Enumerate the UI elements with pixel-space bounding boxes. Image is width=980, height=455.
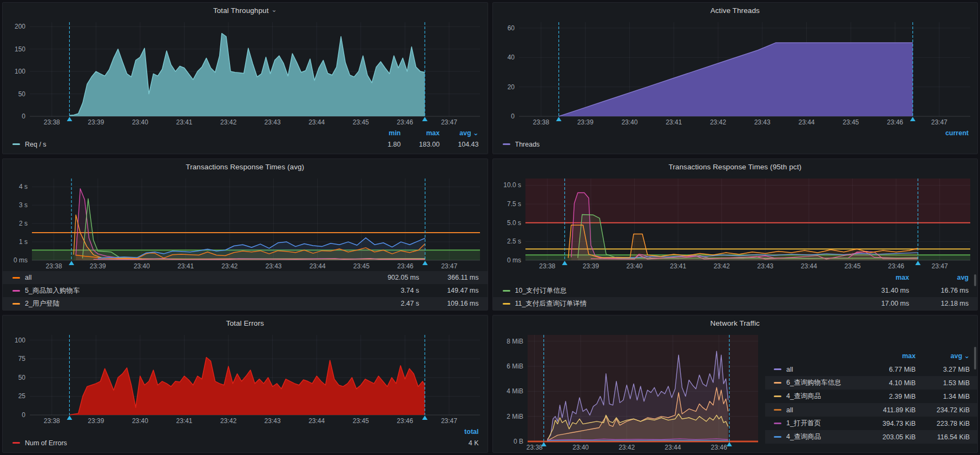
chart-canvas[interactable]: 05010015020023:3823:3923:4023:4123:4223:… — [6, 19, 484, 127]
svg-text:23:42: 23:42 — [619, 444, 635, 451]
legend-header-max[interactable]: max — [861, 352, 916, 360]
legend-header-current[interactable]: current — [920, 129, 969, 137]
panel-header[interactable]: Total Errors — [3, 315, 488, 331]
svg-text:23:44: 23:44 — [308, 118, 325, 126]
legend-value: 3.74 s — [360, 287, 419, 294]
chart-canvas[interactable]: 0 ms1 s2 s3 s4 s23:3823:3923:4023:4123:4… — [6, 175, 484, 271]
chart-area: 0 ms1 s2 s3 s4 s23:3823:3923:4023:4123:4… — [3, 174, 488, 271]
legend-value: 149.47 ms — [419, 287, 479, 294]
chart-area: 0 B2 MiB4 MiB6 MiB8 MiB23:3823:4023:4223… — [493, 331, 766, 452]
svg-text:23:47: 23:47 — [931, 118, 947, 126]
legend-header-row: current — [493, 127, 978, 139]
chart-canvas[interactable]: 025507510023:3823:3923:4023:4123:4223:43… — [6, 332, 484, 426]
panel-header[interactable]: Transactions Response Times (95th pct) — [493, 159, 978, 174]
legend-value: 116.54 KiB — [916, 433, 970, 441]
legend-item[interactable]: Num of Errors4 K — [3, 437, 488, 449]
svg-text:23:38: 23:38 — [526, 444, 542, 451]
svg-text:23:42: 23:42 — [709, 118, 726, 126]
legend: minmaxavg ⌄Req / s1.80183.00104.43 — [3, 127, 488, 154]
legend-header-avg[interactable]: avg ⌄ — [916, 352, 970, 360]
legend-item[interactable]: 10_支付订单信息31.40 ms16.76 ms — [493, 284, 978, 297]
svg-text:23:45: 23:45 — [353, 262, 370, 270]
series-color-marker — [12, 290, 20, 292]
legend: all902.05 ms366.11 ms5_商品加入购物车3.74 s149.… — [3, 271, 488, 310]
legend-value: 234.72 KiB — [916, 406, 970, 414]
svg-text:23:44: 23:44 — [798, 118, 814, 126]
legend-header-avg[interactable]: avg — [909, 274, 969, 281]
svg-text:23:46: 23:46 — [397, 262, 413, 270]
panel-total-throughput: Total Throughput ⌄ 05010015020023:3823:3… — [2, 2, 488, 154]
svg-text:23:38: 23:38 — [539, 262, 555, 270]
legend-item[interactable]: Req / s1.80183.00104.43 — [3, 139, 488, 150]
svg-text:0 ms: 0 ms — [14, 256, 28, 264]
legend: maxavg10_支付订单信息31.40 ms16.76 ms11_支付后查询订… — [493, 271, 978, 310]
svg-text:23:40: 23:40 — [572, 444, 588, 451]
svg-text:100: 100 — [15, 68, 25, 75]
svg-text:100: 100 — [15, 337, 25, 344]
panel-header[interactable]: Active Threads — [493, 3, 978, 18]
legend-scrollbar[interactable] — [974, 274, 976, 286]
svg-text:40: 40 — [507, 54, 515, 61]
legend-item[interactable]: 5_商品加入购物车3.74 s149.47 ms — [3, 284, 488, 297]
legend-header-avg[interactable]: avg ⌄ — [440, 129, 479, 137]
chart-canvas[interactable]: 0 B2 MiB4 MiB6 MiB8 MiB23:3823:4023:4223… — [496, 332, 762, 452]
legend-value: 366.11 ms — [419, 274, 479, 281]
svg-text:5.0 s: 5.0 s — [507, 219, 521, 227]
panel-title: Active Threads — [711, 6, 760, 15]
legend-scrollbar[interactable] — [974, 347, 976, 370]
svg-text:23:43: 23:43 — [754, 118, 770, 126]
series-color-marker — [12, 303, 20, 305]
legend-value: 394.73 KiB — [861, 420, 916, 427]
legend-value: 109.16 ms — [419, 300, 479, 307]
svg-text:2 s: 2 s — [19, 220, 28, 227]
svg-text:23:47: 23:47 — [441, 262, 457, 270]
legend-value: 1.34 MiB — [916, 393, 970, 400]
svg-text:20: 20 — [507, 83, 515, 91]
chart-area: 0 ms2.5 s5.0 s7.5 s10.0 s23:3823:3923:40… — [493, 174, 978, 271]
legend-item[interactable]: 11_支付后查询订单详情17.00 ms12.18 ms — [493, 297, 978, 310]
legend-value: 17.00 ms — [850, 300, 909, 307]
series-color-marker — [774, 382, 781, 384]
legend-header-total[interactable]: total — [441, 428, 479, 436]
svg-text:0: 0 — [22, 411, 25, 419]
legend-header-row: maxavg ⌄ — [765, 349, 977, 362]
chart-area: 05010015020023:3823:3923:4023:4123:4223:… — [3, 18, 488, 127]
svg-text:23:44: 23:44 — [665, 444, 681, 451]
chart-canvas[interactable]: 020406023:3823:3923:4023:4123:4223:4323:… — [496, 19, 975, 127]
series-color-marker — [774, 368, 781, 370]
panel-header[interactable]: Transactions Response Times (avg) — [3, 159, 488, 174]
legend-value: 1.80 — [362, 141, 401, 148]
svg-text:23:41: 23:41 — [176, 417, 192, 425]
series-color-marker — [503, 303, 510, 305]
svg-text:23:41: 23:41 — [666, 118, 682, 126]
series-color-marker — [503, 290, 510, 292]
legend-value: 2.47 s — [360, 300, 419, 307]
legend-item[interactable]: Threads — [493, 139, 978, 150]
legend-item[interactable]: 2_用户登陆2.47 s109.16 ms — [3, 297, 488, 310]
legend-item[interactable]: all6.77 MiB3.27 MiB — [765, 362, 977, 376]
legend-item[interactable]: 1_打开首页394.73 KiB223.78 KiB — [765, 417, 977, 430]
panel-title: Total Errors — [226, 319, 264, 327]
legend-item[interactable]: 4_查询商品203.05 KiB116.54 KiB — [765, 430, 977, 444]
legend-label: Req / s — [25, 141, 47, 148]
legend-value: 12.18 ms — [909, 300, 969, 307]
legend-header-max[interactable]: max — [401, 129, 440, 137]
panel-menu-chevron-icon[interactable]: ⌄ — [272, 6, 277, 13]
panel-header[interactable]: Total Throughput ⌄ — [3, 3, 488, 18]
legend-header-min[interactable]: min — [362, 129, 401, 137]
svg-text:23:44: 23:44 — [310, 262, 326, 270]
legend-item[interactable]: 6_查询购物车信息4.10 MiB1.53 MiB — [765, 376, 977, 390]
legend-item[interactable]: all411.89 KiB234.72 KiB — [765, 403, 977, 417]
series-color-marker — [774, 409, 781, 411]
legend-item[interactable]: all902.05 ms366.11 ms — [3, 271, 488, 284]
legend-item[interactable]: 4_查询商品2.39 MiB1.34 MiB — [765, 390, 977, 403]
svg-text:23:42: 23:42 — [220, 417, 236, 425]
svg-text:23:44: 23:44 — [800, 262, 817, 270]
panel-title: Transactions Response Times (95th pct) — [668, 163, 801, 171]
legend-header-max[interactable]: max — [850, 274, 909, 281]
svg-text:7.5 s: 7.5 s — [507, 200, 521, 208]
panel-header[interactable]: Network Traffic — [493, 315, 978, 331]
svg-text:23:39: 23:39 — [88, 417, 104, 425]
chart-canvas[interactable]: 0 ms2.5 s5.0 s7.5 s10.0 s23:3823:3923:40… — [496, 175, 975, 271]
series-color-marker — [774, 395, 781, 397]
